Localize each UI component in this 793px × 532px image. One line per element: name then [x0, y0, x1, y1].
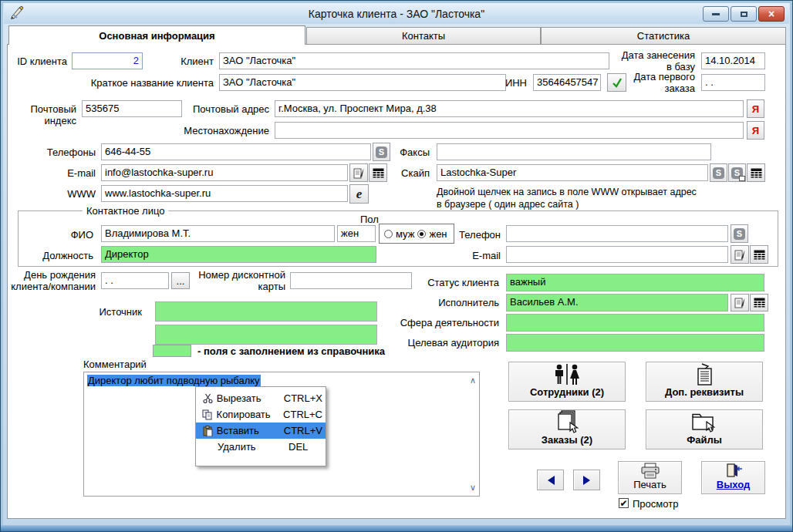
menu-item-label: Удалить	[218, 441, 289, 453]
tab-label: Статистика	[637, 30, 690, 42]
tab-label: Контакты	[402, 30, 445, 42]
scroll-up-icon[interactable]: ∧	[470, 375, 476, 386]
ellipsis-icon: ...	[177, 275, 185, 287]
client-field[interactable]: ЗАО "Ласточка"	[219, 52, 609, 69]
tab-contacts[interactable]: Контакты	[306, 27, 541, 45]
audience-field[interactable]	[506, 334, 764, 352]
checkmark-icon: ✔	[619, 499, 627, 508]
extra-requisites-button[interactable]: Доп. реквизиты	[646, 362, 763, 402]
label-postal-code: Почтовый индекс	[1, 103, 76, 126]
date-added-field[interactable]: 14.10.2014	[701, 52, 765, 69]
close-icon: ×	[768, 8, 774, 20]
radio-female[interactable]	[417, 230, 426, 238]
label-phones: Телефоны	[47, 146, 96, 158]
exit-button[interactable]: Выход	[701, 461, 765, 494]
www-field[interactable]: www.lastochka-super.ru	[101, 185, 348, 202]
birthday-field[interactable]: . .	[101, 272, 169, 289]
fax-field[interactable]	[437, 143, 711, 160]
label-location: Местонахождение	[184, 125, 269, 136]
label-position: Должность	[42, 250, 93, 261]
status-field[interactable]: важный	[506, 274, 764, 291]
green-legend-swatch	[153, 345, 191, 357]
left-arrow-icon	[546, 475, 555, 486]
next-record-button[interactable]	[573, 470, 600, 490]
location-field[interactable]	[275, 122, 744, 139]
print-button[interactable]: Печать	[618, 461, 682, 494]
minimize-button[interactable]	[703, 6, 729, 22]
menu-item-cut[interactable]: Вырезать CTRL+X	[196, 390, 326, 406]
compose-email-icon	[353, 167, 365, 179]
label-first-order: Дата первого заказа	[633, 71, 695, 94]
skype-call-button[interactable]: S	[373, 143, 390, 161]
label-inn: ИНН	[505, 77, 527, 89]
skype-call-button-2[interactable]: S	[710, 163, 727, 182]
email-field[interactable]: info@lastochka-super.ru	[101, 164, 348, 181]
browser-icon: e	[356, 188, 363, 200]
skype-icon: S	[713, 167, 724, 179]
contact-email-field[interactable]	[506, 246, 728, 263]
postal-code-field[interactable]: 535675	[82, 100, 182, 117]
radio-male[interactable]	[384, 230, 393, 238]
label-date-added: Дата занесения в базу	[622, 49, 695, 72]
employees-button[interactable]: Сотрудники (2)	[508, 362, 626, 402]
menu-item-delete[interactable]: Удалить DEL	[196, 439, 326, 455]
table-icon	[754, 250, 765, 260]
contact-email-list-button[interactable]	[750, 245, 768, 264]
tab-main-info[interactable]: Основная информация	[8, 25, 305, 45]
contact-person-group-title: Контактное лицо	[83, 205, 168, 217]
orders-button[interactable]: Заказы (2)	[508, 409, 626, 450]
exit-button-label: Выход	[717, 479, 750, 490]
label-discount-card: Номер дисконтной карты	[198, 269, 285, 292]
label-status: Статус клиента	[427, 277, 499, 288]
skype-field[interactable]: Lastochka-Super	[437, 164, 708, 181]
scroll-down-icon[interactable]: ∨	[470, 483, 476, 493]
contact-compose-email-button[interactable]	[731, 245, 749, 264]
skype-chat-button[interactable]: S	[728, 163, 746, 182]
copy-icon	[199, 409, 217, 420]
maximize-button[interactable]	[731, 6, 757, 22]
yandex-maps-button-2[interactable]: Я	[747, 121, 764, 140]
source-field-1[interactable]	[155, 301, 377, 322]
print-button-label: Печать	[633, 479, 666, 490]
source-field-2[interactable]	[155, 325, 377, 345]
contact-phone-field[interactable]	[506, 225, 728, 242]
fio-field[interactable]: Владимирова М.Т.	[101, 225, 335, 242]
label-client: Клиент	[181, 56, 214, 67]
contact-skype-call-button[interactable]: S	[731, 224, 748, 243]
open-browser-button[interactable]: e	[349, 184, 369, 204]
manager-field[interactable]: Васильев А.М.	[506, 294, 728, 311]
menu-item-label: Вставить	[217, 425, 284, 436]
position-field[interactable]: Директор	[101, 246, 376, 263]
short-name-field[interactable]: ЗАО "Ласточка"	[219, 74, 506, 91]
label-manager: Исполнитель	[438, 297, 499, 308]
yandex-maps-button[interactable]: Я	[747, 99, 764, 118]
yandex-icon: Я	[752, 125, 759, 136]
inn-field[interactable]: 35646457547	[533, 74, 601, 91]
manager-list-button[interactable]	[750, 294, 768, 311]
menu-item-shortcut: CTRL+V	[284, 425, 322, 436]
inn-check-button[interactable]	[607, 73, 626, 92]
close-button[interactable]: ×	[758, 6, 785, 22]
table-icon	[751, 168, 762, 178]
client-id-field[interactable]: 2	[72, 52, 143, 69]
skype-list-button[interactable]	[747, 163, 765, 182]
compose-email-button[interactable]	[349, 163, 368, 182]
menu-item-shortcut: CTRL+C	[283, 409, 322, 420]
first-order-field[interactable]: . .	[701, 74, 765, 91]
discount-card-field[interactable]	[290, 272, 412, 289]
phones-field[interactable]: 646-44-55	[101, 143, 371, 160]
menu-item-shortcut: DEL	[289, 441, 322, 453]
email-list-button[interactable]	[369, 163, 387, 182]
birthday-browse-button[interactable]: ...	[171, 272, 190, 289]
preview-checkbox[interactable]: ✔	[619, 498, 629, 508]
tab-statistics[interactable]: Статистика	[541, 27, 786, 45]
files-button-label: Файлы	[687, 434, 722, 446]
manager-edit-button[interactable]	[731, 294, 749, 311]
files-button[interactable]: Файлы	[646, 409, 763, 450]
menu-item-copy[interactable]: Копировать CTRL+C	[196, 406, 326, 423]
postal-address-field[interactable]: г.Москва, ул. Проспект Мира, д.38	[275, 100, 744, 117]
sphere-field[interactable]	[506, 314, 764, 332]
prev-record-button[interactable]	[537, 470, 564, 490]
menu-item-paste[interactable]: Вставить CTRL+V	[196, 423, 326, 439]
label-skype: Скайп	[401, 167, 430, 179]
